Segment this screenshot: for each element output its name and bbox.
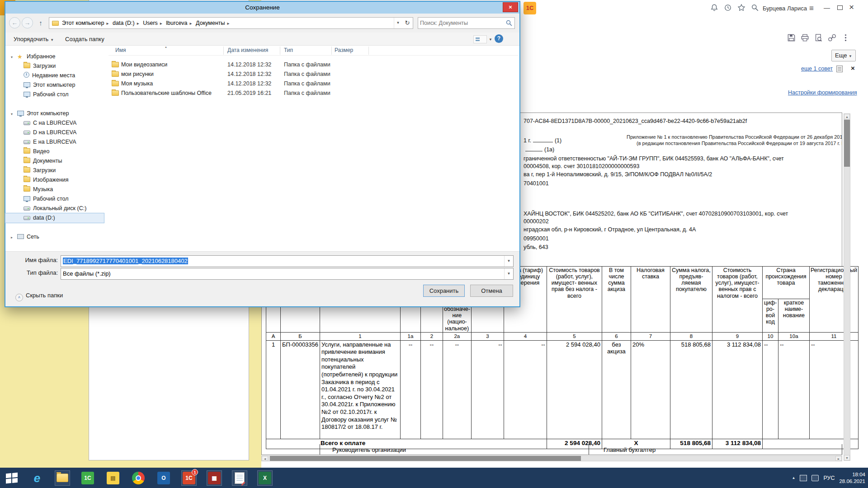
search-input[interactable] xyxy=(420,18,501,28)
save-icon[interactable] xyxy=(787,33,796,42)
forward-button[interactable]: → xyxy=(22,17,33,28)
print-icon[interactable] xyxy=(801,33,810,42)
taskbar-file-explorer-icon[interactable] xyxy=(55,471,70,485)
address-dropdown-icon[interactable]: ▼ xyxy=(394,18,402,28)
more-actions-kebab-icon[interactable] xyxy=(841,33,850,42)
taskbar-red-app-icon[interactable]: ▦ xyxy=(207,471,222,485)
sidebar-item-downloads[interactable]: Загрузки xyxy=(5,61,104,71)
chevron-right-icon[interactable]: ▸ xyxy=(136,21,141,26)
scroll-left-icon[interactable]: ◄ xyxy=(262,456,268,461)
sidebar-item-this-pc[interactable]: Этот компьютер xyxy=(5,80,104,90)
column-separator[interactable] xyxy=(331,47,332,55)
tray-action-center-icon[interactable] xyxy=(800,475,807,481)
sidebar-item-local-disk-c[interactable]: Локальный диск (C:) xyxy=(5,204,104,213)
sidebar-item-downloads2[interactable]: Загрузки xyxy=(5,166,104,175)
chevron-right-icon[interactable]: ▸ xyxy=(189,21,193,26)
vertical-scrollbar[interactable]: ▲ ▼ xyxy=(844,113,850,461)
current-user-name[interactable]: Бурцева Лариса xyxy=(763,5,807,12)
scroll-right-icon[interactable]: ► xyxy=(835,456,842,461)
search-icon[interactable] xyxy=(506,20,512,26)
formation-settings-link[interactable]: Настройки формирования xyxy=(788,89,857,96)
sidebar-item-desktop2[interactable]: Рабочий стол xyxy=(5,194,104,204)
link-icon[interactable] xyxy=(828,33,837,42)
breadcrumb-item[interactable]: lburceva xyxy=(165,20,188,26)
back-button[interactable]: ← xyxy=(9,17,20,28)
breadcrumb-item[interactable]: Документы xyxy=(195,20,226,26)
horizontal-scrollbar[interactable]: ◄ ► xyxy=(261,455,842,461)
dialog-close-button[interactable]: × xyxy=(503,2,518,12)
horizontal-scrollbar-thumb[interactable] xyxy=(270,456,581,461)
sidebar-item-documents[interactable]: Документы xyxy=(5,156,104,166)
file-row[interactable]: мои рисунки 14.12.2018 12:32 Папка с фай… xyxy=(108,70,519,79)
sidebar-item-data-d-selected[interactable]: data (D:) xyxy=(5,213,104,223)
change-view-button[interactable] xyxy=(473,35,487,43)
favorites-star-icon[interactable] xyxy=(737,4,746,13)
collapse-icon[interactable]: ▸ xyxy=(11,233,17,242)
file-type-select[interactable]: Все файлы (*.zip) ▼ xyxy=(61,268,514,280)
one-more-tip-link[interactable]: еще 1 совет xyxy=(801,66,833,72)
chevron-down-icon[interactable]: ▼ xyxy=(504,256,513,267)
tray-clock[interactable]: 18:04 28.06.2021 xyxy=(839,471,865,485)
taskbar-1c-green-icon[interactable]: 1С xyxy=(80,471,95,485)
cancel-button[interactable]: Отмена xyxy=(470,285,513,297)
sidebar-item-recent-places[interactable]: Недавние места xyxy=(5,71,104,80)
sidebar-item-drive-d-net[interactable]: D на LBURCEVA xyxy=(5,128,104,137)
taskbar-outlook-icon[interactable]: O xyxy=(156,471,171,485)
chevron-right-icon[interactable]: ▸ xyxy=(226,21,231,26)
tray-language-indicator[interactable]: РУС xyxy=(823,475,835,481)
sidebar-group-header[interactable]: ▸Сеть xyxy=(5,232,104,242)
hide-folders-button[interactable]: ˄Скрыть папки xyxy=(15,291,63,300)
restore-window-icon[interactable] xyxy=(837,5,843,10)
column-separator[interactable] xyxy=(223,47,224,55)
sidebar-group-header[interactable]: ▾Этот компьютер xyxy=(5,109,104,118)
taskbar-notes-icon[interactable]: ▤ xyxy=(106,471,120,485)
sidebar-item-drive-e-net[interactable]: E на LBURCEVA xyxy=(5,137,104,147)
collapse-icon[interactable]: ▾ xyxy=(11,109,17,118)
up-button[interactable]: ↑ xyxy=(35,18,46,28)
start-button[interactable] xyxy=(5,471,19,485)
file-row[interactable]: Моя музыка 14.12.2018 12:32 Папка с файл… xyxy=(108,79,519,89)
main-menu-icon[interactable]: ≡ xyxy=(809,4,814,13)
sidebar-item-pictures[interactable]: Изображения xyxy=(5,175,104,185)
vertical-scrollbar-thumb[interactable] xyxy=(844,120,850,167)
taskbar-notepad-icon[interactable] xyxy=(232,471,247,485)
chevron-down-icon[interactable]: ▼ xyxy=(504,268,513,279)
file-name-input[interactable]: EDI_7718992717770401001_20210628180402 ▼ xyxy=(61,255,514,267)
collapse-icon[interactable]: ▾ xyxy=(11,52,17,61)
minimize-window-icon[interactable]: — xyxy=(824,3,830,12)
chevron-down-icon[interactable]: ▼ xyxy=(489,38,492,42)
new-folder-button[interactable]: Создать папку xyxy=(65,35,104,44)
scroll-down-icon[interactable]: ▼ xyxy=(844,455,850,460)
scroll-up-icon[interactable]: ▲ xyxy=(844,114,850,119)
chevron-right-icon[interactable]: ▸ xyxy=(105,21,110,26)
sidebar-item-music[interactable]: Музыка xyxy=(5,185,104,194)
column-header-type[interactable]: Тип xyxy=(284,47,293,53)
help-button[interactable]: ? xyxy=(495,34,503,43)
taskbar-internet-explorer-icon[interactable]: e xyxy=(30,471,44,485)
taskbar-excel-icon[interactable]: X xyxy=(258,471,272,485)
organize-button[interactable]: Упорядочить▼ xyxy=(14,35,54,44)
column-separator[interactable] xyxy=(368,47,369,55)
history-icon[interactable] xyxy=(724,4,733,13)
notifications-bell-icon[interactable] xyxy=(710,4,719,13)
taskbar-chrome-icon[interactable] xyxy=(131,471,146,485)
show-hidden-icons-chevron[interactable]: ▲ xyxy=(792,476,795,480)
refresh-icon[interactable]: ↻ xyxy=(403,18,412,28)
breadcrumb-item[interactable]: Users xyxy=(142,20,159,26)
chevron-right-icon[interactable]: ▸ xyxy=(159,21,164,26)
column-header-date[interactable]: Дата изменения xyxy=(227,47,268,53)
tips-list-icon[interactable] xyxy=(836,66,843,72)
tray-network-icon[interactable] xyxy=(811,475,819,481)
more-button[interactable]: Еще ▼ xyxy=(831,50,856,61)
taskbar-1c-red-icon[interactable]: 1С 1 xyxy=(182,471,196,485)
breadcrumb-item[interactable]: data (D:) xyxy=(112,20,136,26)
tip-close-icon[interactable]: × xyxy=(851,64,855,72)
sidebar-group-header[interactable]: ▾★Избранное xyxy=(5,52,104,61)
column-separator[interactable] xyxy=(280,47,280,55)
sidebar-item-drive-c-net[interactable]: C на LBURCEVA xyxy=(5,118,104,128)
save-button[interactable]: Сохранить xyxy=(423,285,465,297)
close-window-icon[interactable]: × xyxy=(849,3,854,12)
sort-ascending-icon[interactable]: ▲ xyxy=(165,46,167,48)
breadcrumb-item[interactable]: Этот компьютер xyxy=(61,20,105,26)
sidebar-item-videos[interactable]: Видео xyxy=(5,147,104,156)
